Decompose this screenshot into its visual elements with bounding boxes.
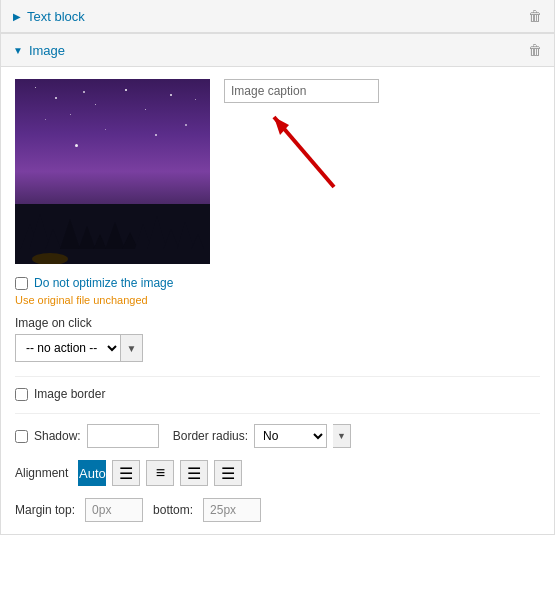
text-block-section-header[interactable]: ▶ Text block 🗑 [0, 0, 555, 33]
image-border-checkbox[interactable] [15, 388, 28, 401]
image-border-row: Image border [15, 387, 540, 401]
border-radius-dropdown-btn[interactable]: ▼ [333, 424, 351, 448]
image-on-click-dropdown-btn[interactable]: ▼ [121, 334, 143, 362]
image-section-header[interactable]: ▼ Image 🗑 [0, 33, 555, 67]
align-justify-button[interactable]: ☰ [214, 460, 242, 486]
shadow-checkbox[interactable] [15, 430, 28, 443]
text-block-toggle[interactable]: ▶ Text block [13, 9, 85, 24]
image-section-body: Do not optimize the image Use original f… [0, 67, 555, 535]
image-caption-input[interactable] [224, 79, 379, 103]
image-caption-row [15, 79, 540, 264]
text-block-delete-icon[interactable]: 🗑 [528, 8, 542, 24]
shadow-label[interactable]: Shadow: [34, 429, 81, 443]
margin-top-input[interactable] [85, 498, 143, 522]
margin-top-label: Margin top: [15, 503, 75, 517]
optimize-checkbox-row: Do not optimize the image [15, 276, 540, 290]
image-section-toggle[interactable]: ▼ Image [13, 43, 65, 58]
image-section-arrow: ▼ [13, 45, 23, 56]
image-preview[interactable] [15, 79, 210, 264]
border-radius-select[interactable]: No Small Medium Large [254, 424, 327, 448]
divider-1 [15, 376, 540, 377]
align-left-button[interactable]: ☰ [112, 460, 140, 486]
image-on-click-row: -- no action -- Open image Open URL Ligh… [15, 334, 540, 362]
margin-bottom-input[interactable] [203, 498, 261, 522]
shadow-input[interactable] [87, 424, 159, 448]
optimize-checkbox[interactable] [15, 277, 28, 290]
border-radius-part: Border radius: No Small Medium Large ▼ [173, 424, 351, 448]
shadow-part: Shadow: [15, 424, 159, 448]
image-delete-icon[interactable]: 🗑 [528, 42, 542, 58]
caption-field-container [224, 79, 379, 103]
hint-text: Use original file unchanged [15, 294, 540, 306]
alignment-row: Alignment Auto ☰ ≡ ☰ ☰ [15, 460, 540, 486]
border-radius-label: Border radius: [173, 429, 248, 443]
optimize-label[interactable]: Do not optimize the image [34, 276, 173, 290]
image-on-click-label: Image on click [15, 316, 540, 330]
image-border-label[interactable]: Image border [34, 387, 105, 401]
text-block-label: Text block [27, 9, 85, 24]
shadow-border-row: Shadow: Border radius: No Small Medium L… [15, 424, 540, 448]
text-block-arrow: ▶ [13, 11, 21, 22]
margin-row: Margin top: bottom: [15, 498, 540, 522]
image-section-label: Image [29, 43, 65, 58]
alignment-label: Alignment [15, 466, 68, 480]
align-center-button[interactable]: ≡ [146, 460, 174, 486]
annotation-arrow [254, 107, 354, 197]
divider-2 [15, 413, 540, 414]
chevron-down-icon: ▼ [127, 343, 137, 354]
align-right-button[interactable]: ☰ [180, 460, 208, 486]
border-chevron-down-icon: ▼ [337, 431, 346, 441]
image-on-click-select[interactable]: -- no action -- Open image Open URL Ligh… [15, 334, 121, 362]
align-auto-button[interactable]: Auto [78, 460, 106, 486]
margin-bottom-label: bottom: [153, 503, 193, 517]
